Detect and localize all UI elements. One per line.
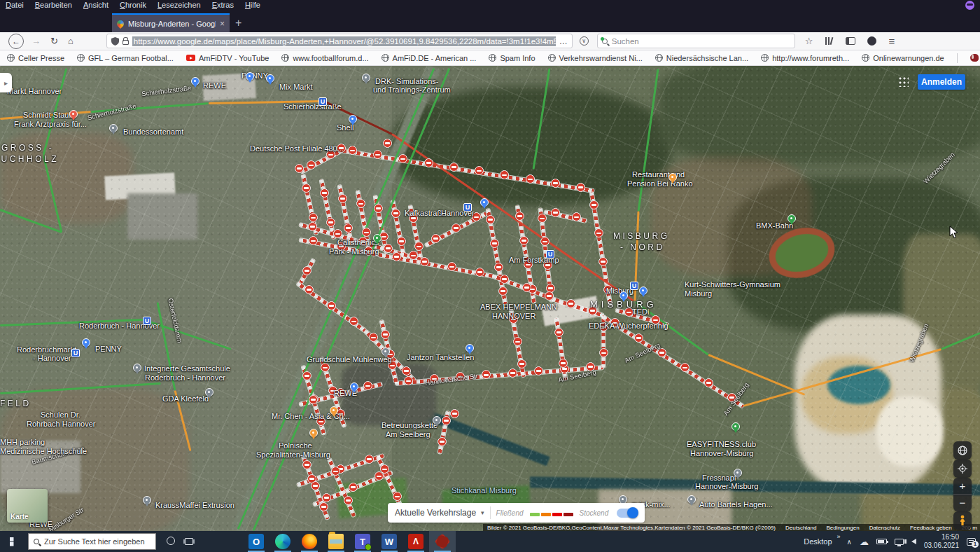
bookmark-star-icon[interactable]: ☆ xyxy=(805,36,813,46)
zoom-out-button[interactable]: − xyxy=(953,495,972,511)
taskbar-app-edge[interactable] xyxy=(270,531,296,552)
search-bar[interactable]: Suchen xyxy=(597,34,795,48)
network-icon[interactable] xyxy=(895,539,904,545)
bookmark-item[interactable]: http://www.forumreth... xyxy=(761,54,849,62)
menu-item-lesezeichen[interactable]: Lesezeichen xyxy=(158,0,201,11)
bookmark-item[interactable]: Niedersächsische Lan... xyxy=(655,54,748,62)
bookmark-item[interactable]: www.footballforum.d... xyxy=(281,54,368,62)
battery-icon[interactable] xyxy=(876,539,887,544)
feedback-link[interactable]: Feedback geben xyxy=(910,525,952,531)
legend-swatch xyxy=(564,513,573,516)
bookmark-item[interactable]: Onlinewarnungen.de xyxy=(862,54,944,62)
taskbar-app-firefox[interactable] xyxy=(296,531,323,552)
traffic-legend xyxy=(529,506,574,519)
map-credits: Bilder © 2021 GeoBasis-DE/BKG,GeoContent… xyxy=(487,525,776,531)
signin-button[interactable]: Anmelden xyxy=(918,74,965,90)
taskbar-app-outlook[interactable] xyxy=(243,531,270,552)
library-icon[interactable] xyxy=(825,36,834,46)
traffic-toggle[interactable] xyxy=(617,509,638,518)
search-engine-icon xyxy=(602,39,608,44)
bookmark-item[interactable]: AmFiDTV - YouTube xyxy=(186,54,269,62)
legend-congested-label: Stockend xyxy=(580,509,609,517)
forward-button[interactable]: → xyxy=(31,36,41,46)
legend-swatch xyxy=(552,513,562,516)
menu-bar: DateiBearbeitenAnsichtChronikLesezeichen… xyxy=(0,0,980,11)
acrobat-app-icon xyxy=(408,534,424,549)
menu-item-extras[interactable]: Extras xyxy=(212,0,234,11)
menu-item-chronik[interactable]: Chronik xyxy=(120,0,146,11)
bookmark-item[interactable]: Celler Presse xyxy=(7,54,64,62)
globe-icon xyxy=(77,54,85,62)
bookmark-item[interactable]: GFL – German Footbal... xyxy=(77,54,174,62)
clock-time: 16:50 xyxy=(924,533,959,542)
taskbar-app-explorer[interactable] xyxy=(323,531,349,552)
hidden-icons-chevron[interactable]: ∧ xyxy=(847,538,852,546)
menu-item-hilfe[interactable]: Hilfe xyxy=(245,0,260,11)
profile-avatar-icon[interactable] xyxy=(965,1,974,10)
start-button[interactable] xyxy=(0,531,28,552)
windows-taskbar: Zur Suche Text hier eingeben Desktop» ∧ … xyxy=(0,531,980,552)
map-viewport[interactable]: Markt HannoverSchmidt Staub,Frank Arztpr… xyxy=(0,66,980,531)
menu-item-datei[interactable]: Datei xyxy=(6,0,24,11)
taskbar-app-acrobat[interactable] xyxy=(402,531,429,552)
speaker-icon[interactable] xyxy=(911,539,916,544)
legend-swatch xyxy=(530,513,540,516)
taskbar-clock[interactable]: 16:50 03.06.2021 xyxy=(924,533,959,551)
globe-icon xyxy=(862,54,869,62)
pocket-icon[interactable]: ∨ xyxy=(580,36,589,46)
reload-button[interactable]: ↻ xyxy=(50,36,58,46)
youtube-icon xyxy=(186,55,195,61)
taskbar-app-splat[interactable] xyxy=(429,531,456,552)
google-apps-grid-icon[interactable] xyxy=(897,76,909,87)
extension-icon[interactable] xyxy=(867,36,876,46)
lock-icon[interactable] xyxy=(122,40,129,45)
word-app-icon xyxy=(382,534,397,549)
tab-close-icon[interactable]: × xyxy=(220,19,225,29)
search-icon xyxy=(34,539,39,544)
divider xyxy=(490,506,491,519)
map-layer-button[interactable]: Karte xyxy=(7,489,48,523)
bookmark-item[interactable]: AmFiD.DE - American ... xyxy=(382,54,477,62)
zoom-in-button[interactable]: + xyxy=(953,478,972,495)
back-button[interactable]: ← xyxy=(8,34,24,49)
cortana-icon xyxy=(167,537,175,545)
search-placeholder[interactable]: Suchen xyxy=(612,37,639,46)
desktop-toolbar[interactable]: Desktop» xyxy=(804,537,839,546)
url-bar[interactable]: https://www.google.de/maps/place/Misburg… xyxy=(106,34,573,48)
onedrive-cloud-icon[interactable]: ☁ xyxy=(860,537,869,546)
side-panel-toggle[interactable]: ▸ xyxy=(0,73,12,92)
cortana-button[interactable] xyxy=(162,535,180,548)
url-text[interactable]: https://www.google.de/maps/place/Misburg… xyxy=(132,36,556,46)
globe-icon xyxy=(382,54,389,62)
home-button[interactable]: ⌂ xyxy=(68,36,74,46)
globe-view-button[interactable] xyxy=(953,441,972,460)
bookmark-item[interactable]: NewYorker Lions xyxy=(970,54,980,62)
menu-item-ansicht[interactable]: Ansicht xyxy=(83,0,108,11)
globe-icon xyxy=(761,54,769,62)
tab-misburg-anderten[interactable]: Misburg-Anderten - Google M × xyxy=(112,13,230,32)
action-center-icon[interactable]: 1 xyxy=(967,538,976,546)
taskbar-app-teams[interactable] xyxy=(349,531,376,552)
bookmark-item[interactable]: Verkehrswarndienst Ni... xyxy=(548,54,643,62)
taskbar-search-box[interactable]: Zur Suche Text hier eingeben xyxy=(28,533,156,550)
pegman-button[interactable] xyxy=(953,511,972,530)
my-location-button[interactable] xyxy=(953,460,972,478)
taskbar-app-word[interactable] xyxy=(376,531,402,552)
globe-icon xyxy=(281,54,289,62)
sidebar-icon[interactable] xyxy=(846,37,855,45)
traffic-layer-dropdown[interactable]: Aktuelle Verkehrslage▾ xyxy=(395,508,484,518)
privacy-link[interactable]: Datenschutz xyxy=(869,525,900,531)
mouse-cursor xyxy=(949,226,959,240)
bookmark-item[interactable]: Spam Info xyxy=(489,54,535,62)
task-view-button[interactable] xyxy=(180,538,198,545)
hamburger-menu-icon[interactable]: ≡ xyxy=(888,36,895,46)
windows-logo-icon xyxy=(10,537,19,546)
globe-icon xyxy=(655,54,663,62)
menu-item-bearbeiten[interactable]: Bearbeiten xyxy=(35,0,72,11)
legend-swatch xyxy=(541,513,551,516)
new-tab-button[interactable]: + xyxy=(235,13,241,32)
tracking-shield-icon[interactable] xyxy=(111,37,119,46)
page-actions-icon[interactable]: … xyxy=(559,36,568,46)
taskbar-search-placeholder: Zur Suche Text hier eingeben xyxy=(44,537,145,546)
terms-link[interactable]: Bedingungen xyxy=(826,525,859,531)
